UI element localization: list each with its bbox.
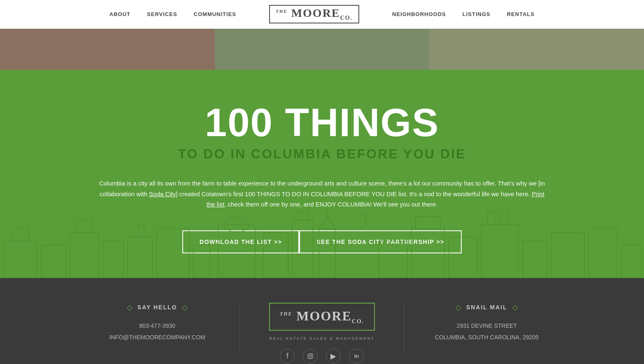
footer-email[interactable]: INFO@THEMOORECOMPANY.COM	[109, 332, 205, 343]
image-panel-1	[0, 29, 215, 70]
svg-point-31	[312, 355, 312, 355]
diamond-right-2-icon: ◇	[512, 303, 518, 312]
svg-rect-2	[41, 245, 66, 278]
footer-logo-tagline: REAL ESTATE SALES & MANAGEMENT	[269, 336, 374, 341]
footer-logo-box: THE MOORECO.	[269, 303, 375, 331]
svg-rect-14	[296, 212, 309, 220]
say-hello-title-group: ◇ SAY HELLO ◇	[127, 303, 188, 312]
nav-links-container: ABOUT SERVICES COMMUNITIES THE MOORECO. …	[0, 5, 644, 23]
footer: ◇ SAY HELLO ◇ 803-477-3930 INFO@THEMOORE…	[0, 278, 644, 364]
svg-rect-24	[500, 212, 508, 225]
footer-phone[interactable]: 803-477-3930	[109, 320, 205, 332]
footer-say-hello-col: ◇ SAY HELLO ◇ 803-477-3930 INFO@THEMOORE…	[75, 303, 239, 364]
footer-logo-col: THE MOORECO. REAL ESTATE SALES & MANAGEM…	[240, 303, 404, 364]
svg-point-11	[224, 217, 249, 232]
svg-rect-25	[523, 241, 547, 278]
nav-communities[interactable]: COMMUNITIES	[194, 11, 236, 17]
image-panel-2	[215, 29, 430, 70]
footer-address-line1: 2931 DEVINE STREET	[435, 320, 539, 332]
svg-rect-1	[12, 229, 29, 241]
diamond-left-icon: ◇	[127, 303, 133, 312]
svg-marker-16	[319, 216, 335, 229]
download-list-button[interactable]: DOWNLOAD THE LIST >>	[182, 230, 299, 253]
hero-body-text: Columbia is a city all its own from the …	[96, 178, 549, 210]
hero-section: 100 THINGS TO DO IN COLUMBIA BEFORE YOU …	[0, 70, 644, 278]
instagram-icon[interactable]	[303, 349, 318, 364]
svg-rect-6	[128, 237, 152, 278]
social-icons-group: f ▶ in	[280, 349, 364, 364]
hero-main-title: 100 THINGS	[205, 103, 439, 142]
svg-rect-7	[138, 225, 144, 237]
diamond-left-2-icon: ◇	[456, 303, 461, 312]
svg-rect-29	[308, 354, 313, 359]
soda-city-link[interactable]: Soda City	[149, 190, 176, 197]
say-hello-label: SAY HELLO	[137, 304, 177, 311]
svg-point-30	[309, 355, 312, 357]
svg-rect-27	[588, 229, 617, 278]
svg-rect-5	[103, 241, 123, 278]
svg-rect-20	[416, 216, 440, 229]
footer-logo-area: THE MOORECO. REAL ESTATE SALES & MANAGEM…	[269, 303, 375, 341]
footer-columns: ◇ SAY HELLO ◇ 803-477-3930 INFO@THEMOORE…	[75, 303, 569, 364]
nav-about[interactable]: ABOUT	[109, 11, 130, 17]
footer-snail-mail-col: ◇ SNAIL MAIL ◇ 2931 DEVINE STREET COLUMB…	[405, 303, 569, 364]
cta-buttons-group: DOWNLOAD THE LIST >> SEE THE SODA CITY P…	[182, 230, 462, 253]
youtube-icon[interactable]: ▶	[326, 349, 341, 364]
footer-address-line2: COLUMBIA, SOUTH CAROLINA, 29205	[435, 332, 539, 343]
svg-rect-28	[621, 245, 642, 278]
linkedin-icon[interactable]: in	[349, 349, 364, 364]
svg-rect-0	[4, 241, 37, 278]
svg-rect-4	[76, 220, 93, 233]
nav-rentals[interactable]: RENTALS	[507, 11, 535, 17]
snail-mail-title-group: ◇ SNAIL MAIL ◇	[456, 303, 518, 312]
facebook-icon[interactable]: f	[280, 349, 295, 364]
footer-contact-info: 803-477-3930 INFO@THEMOORECOMPANY.COM	[109, 320, 205, 343]
print-list-link[interactable]: Print the list	[207, 190, 544, 208]
svg-rect-23	[488, 212, 496, 225]
image-panel-3	[429, 29, 644, 70]
svg-rect-3	[70, 233, 99, 278]
hero-sub-title: TO DO IN COLUMBIA BEFORE YOU DIE	[178, 146, 466, 162]
nav-services[interactable]: SERVICES	[147, 11, 177, 17]
nav-neighborhoods[interactable]: NEIGHBORHOODS	[392, 11, 446, 17]
nav-logo[interactable]: THE MOORECO.	[269, 5, 359, 23]
soda-city-button[interactable]: SEE THE SODA CITY PARTNERSHIP >>	[299, 230, 461, 253]
footer-address: 2931 DEVINE STREET COLUMBIA, SOUTH CAROL…	[435, 320, 539, 343]
svg-rect-26	[551, 233, 584, 278]
image-strip	[0, 29, 644, 70]
logo-text: THE MOORECO.	[276, 7, 353, 21]
nav-listings[interactable]: LISTINGS	[463, 11, 491, 17]
snail-mail-label: SNAIL MAIL	[466, 304, 507, 311]
footer-logo-main-text: THE MOORECO.	[280, 308, 365, 325]
svg-rect-22	[481, 225, 518, 278]
diamond-right-icon: ◇	[182, 303, 188, 312]
navigation: ABOUT SERVICES COMMUNITIES THE MOORECO. …	[0, 0, 644, 29]
